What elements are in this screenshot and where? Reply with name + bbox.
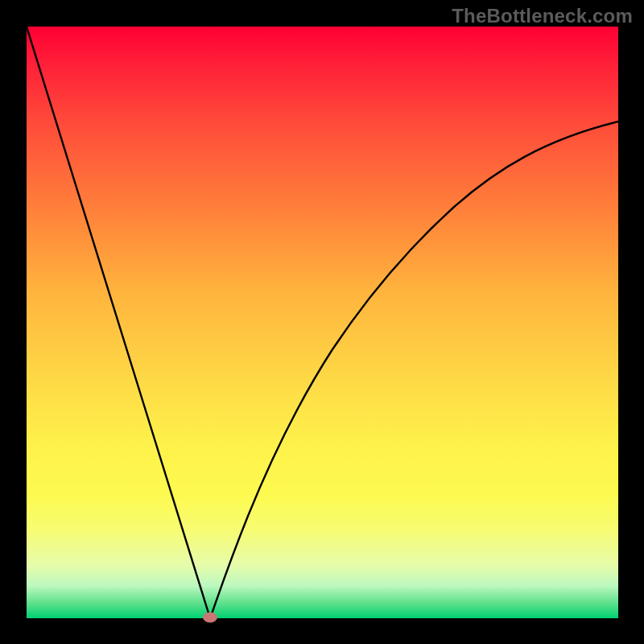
minimum-marker bbox=[203, 613, 217, 623]
curve-path bbox=[27, 27, 618, 618]
chart-frame: TheBottleneck.com bbox=[0, 0, 644, 644]
bottleneck-curve bbox=[27, 27, 618, 618]
watermark-text: TheBottleneck.com bbox=[452, 5, 633, 27]
plot-area bbox=[27, 27, 618, 618]
